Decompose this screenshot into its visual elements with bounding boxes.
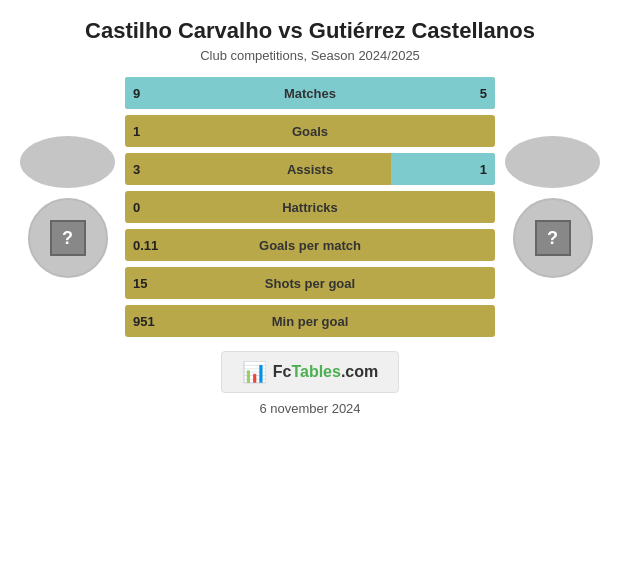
stat-label: Hattricks [282, 200, 338, 215]
logo-box: 📊 FcTables.com [221, 351, 400, 393]
stat-label: Matches [284, 86, 336, 101]
main-container: Castilho Carvalho vs Gutiérrez Castellan… [0, 0, 620, 580]
stat-label: Min per goal [272, 314, 349, 329]
stat-row: Hattricks0 [125, 191, 495, 223]
stats-area: Matches95Goals1Assists31Hattricks0Goals … [125, 77, 495, 337]
stat-label: Goals [292, 124, 328, 139]
player-right-avatar: ? [513, 198, 593, 278]
stat-bar: Goals per match0.11 [125, 229, 495, 261]
stat-val-left: 9 [133, 86, 140, 101]
stat-bar: Matches95 [125, 77, 495, 109]
stat-label: Shots per goal [265, 276, 355, 291]
stat-val-left: 15 [133, 276, 147, 291]
stat-row: Matches95 [125, 77, 495, 109]
stat-fill-right [362, 77, 495, 109]
stat-bar: Assists31 [125, 153, 495, 185]
player-right: ? [495, 136, 610, 278]
stat-row: Goals1 [125, 115, 495, 147]
stat-val-left: 3 [133, 162, 140, 177]
subtitle: Club competitions, Season 2024/2025 [200, 48, 420, 63]
stat-bar: Shots per goal15 [125, 267, 495, 299]
stat-bar: Min per goal951 [125, 305, 495, 337]
logo-icon: 📊 [242, 360, 267, 384]
stat-label: Goals per match [259, 238, 361, 253]
date-text: 6 november 2024 [259, 401, 360, 416]
player-right-avatar-inner: ? [535, 220, 571, 256]
page-title: Castilho Carvalho vs Gutiérrez Castellan… [65, 0, 555, 48]
stat-row: Shots per goal15 [125, 267, 495, 299]
player-left-oval [20, 136, 115, 188]
player-left-avatar-inner: ? [50, 220, 86, 256]
logo-text: FcTables.com [273, 363, 379, 381]
stat-row: Goals per match0.11 [125, 229, 495, 261]
player-right-oval [505, 136, 600, 188]
stat-bar: Goals1 [125, 115, 495, 147]
stat-label: Assists [287, 162, 333, 177]
comparison-area: ? Matches95Goals1Assists31Hattricks0Goal… [0, 77, 620, 337]
logo-section: 📊 FcTables.com 6 november 2024 [221, 351, 400, 416]
stat-row: Assists31 [125, 153, 495, 185]
stat-val-left: 951 [133, 314, 155, 329]
stat-bar: Hattricks0 [125, 191, 495, 223]
stat-val-right: 5 [480, 86, 487, 101]
stat-val-left: 0.11 [133, 238, 158, 253]
stat-row: Min per goal951 [125, 305, 495, 337]
stat-val-left: 0 [133, 200, 140, 215]
stat-val-left: 1 [133, 124, 140, 139]
player-left: ? [10, 136, 125, 278]
stat-val-right: 1 [480, 162, 487, 177]
player-left-avatar: ? [28, 198, 108, 278]
